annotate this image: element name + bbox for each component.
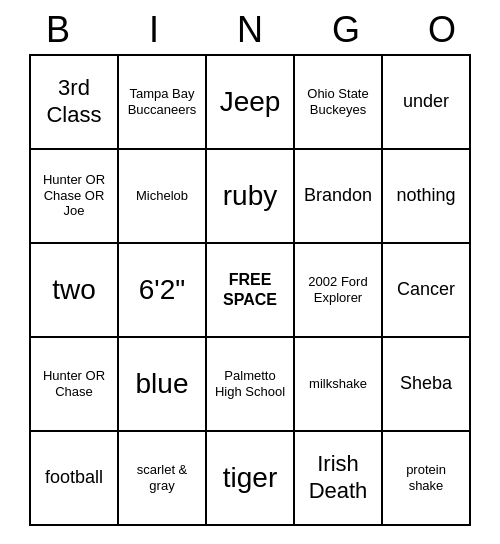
bingo-cell: Jeep	[207, 56, 295, 150]
bingo-cell: nothing	[383, 150, 471, 244]
bingo-cell: 6'2"	[119, 244, 207, 338]
bingo-cell: Tampa Bay Buccaneers	[119, 56, 207, 150]
bingo-cell: Michelob	[119, 150, 207, 244]
bingo-cell: milkshake	[295, 338, 383, 432]
bingo-grid: 3rd ClassTampa Bay BuccaneersJeepOhio St…	[29, 54, 471, 526]
header-letter: O	[398, 10, 486, 50]
bingo-cell: two	[31, 244, 119, 338]
bingo-cell: tiger	[207, 432, 295, 526]
bingo-cell: Cancer	[383, 244, 471, 338]
bingo-cell: Brandon	[295, 150, 383, 244]
bingo-cell: protein shake	[383, 432, 471, 526]
header-letter: N	[206, 10, 294, 50]
bingo-cell: football	[31, 432, 119, 526]
bingo-cell: Irish Death	[295, 432, 383, 526]
bingo-cell: ruby	[207, 150, 295, 244]
bingo-cell: FREE SPACE	[207, 244, 295, 338]
header-letter: G	[302, 10, 390, 50]
bingo-cell: Hunter OR Chase OR Joe	[31, 150, 119, 244]
header-letter: I	[110, 10, 198, 50]
bingo-cell: Palmetto High School	[207, 338, 295, 432]
header-letter: B	[14, 10, 102, 50]
bingo-header: BINGO	[10, 10, 490, 50]
bingo-cell: Sheba	[383, 338, 471, 432]
bingo-cell: Ohio State Buckeyes	[295, 56, 383, 150]
bingo-cell: blue	[119, 338, 207, 432]
bingo-cell: Hunter OR Chase	[31, 338, 119, 432]
bingo-cell: under	[383, 56, 471, 150]
bingo-cell: 2002 Ford Explorer	[295, 244, 383, 338]
bingo-cell: 3rd Class	[31, 56, 119, 150]
bingo-cell: scarlet & gray	[119, 432, 207, 526]
